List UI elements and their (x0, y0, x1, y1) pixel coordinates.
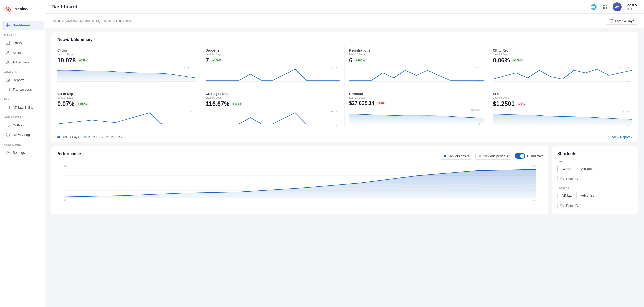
svg-rect-7 (6, 25, 8, 27)
chevron-right-icon: › (631, 135, 632, 139)
svg-text:2.4: 2.4 (623, 110, 629, 112)
advertisers-icon (6, 60, 10, 64)
previous-period-dot (479, 155, 481, 157)
metric-cr-to-reg: CR to Reg Last 14 Days 0.06% +100% 0.32 … (488, 46, 632, 85)
sidebar-item-label: Offers (13, 41, 22, 45)
search-tab-offer[interactable]: Offer (557, 165, 576, 172)
legend-dot-previous (84, 136, 87, 138)
search-tab-affiliate[interactable]: Affiliate (576, 165, 597, 172)
avatar[interactable]: JV (613, 2, 622, 11)
apps-grid-icon[interactable] (601, 3, 609, 10)
sidebar-item-outbound[interactable]: Outbound (2, 121, 44, 130)
date-range-label: Last 14 Days (615, 19, 634, 23)
content-area: Based on (GMT+02:00) Helsinki, Riga, Sof… (45, 14, 644, 307)
reg-value: 6 (349, 57, 352, 64)
epc-label: EPC (493, 92, 632, 96)
svg-rect-18 (6, 88, 10, 91)
chart-legend: Last 14 Days 2022-10-12 - 2022-10-25 (57, 135, 122, 139)
cr-reg-period: Last 14 Days (493, 53, 632, 56)
svg-point-22 (7, 108, 7, 108)
metrics-grid-top: Clicks Last 14 Days 10 078 +22% (57, 46, 632, 85)
globe-icon[interactable]: 🌐 (590, 3, 597, 10)
metric-registrations: Registrations Last 14 Days 6 +100% 2.4 0 (345, 46, 488, 85)
user-info[interactable]: Joost V. Admin (626, 3, 638, 10)
chevron-down-icon-2: ▾ (507, 154, 509, 158)
bottom-row: Performance Conversions ▾ Previous perio… (45, 142, 644, 220)
svg-line-17 (8, 80, 9, 81)
network-summary-card: Network Summary Clicks Last 14 Days 10 0… (51, 32, 638, 142)
clicks-label: Clicks (57, 48, 196, 52)
manage-section-label: MANAGE (0, 30, 45, 38)
cr-reg-badge: +100% (512, 58, 524, 62)
sidebar-item-advertisers[interactable]: Advertisers (2, 58, 44, 67)
svg-text:1.2: 1.2 (187, 110, 193, 112)
timezone-text: Based on (GMT+02:00) Helsinki, Riga, Sof… (51, 19, 132, 23)
cumulative-toggle[interactable] (515, 153, 525, 159)
performance-card: Performance Conversions ▾ Previous perio… (51, 146, 548, 214)
login-tab-advertiser[interactable]: Advertiser (577, 192, 600, 199)
svg-rect-6 (8, 23, 10, 25)
metrics-grid-bottom: CR to Dep Last 14 Days 0.07% +100% 1.2 0 (57, 89, 632, 129)
y-left-4k: 4k (64, 199, 67, 202)
epc-chart: 2.4 0 (493, 109, 632, 126)
conversions-dot (444, 155, 446, 157)
deposits-period: Last 14 Days (206, 53, 340, 56)
previous-period-dropdown[interactable]: Previous period ▾ (475, 152, 512, 160)
sidebar-item-reports[interactable]: Reports (2, 75, 44, 84)
svg-rect-8 (8, 25, 10, 27)
sidebar-item-affiliates[interactable]: Affiliates (2, 48, 44, 57)
sidebar-item-label: Advertisers (13, 60, 30, 64)
legend-current: Last 14 Days (57, 135, 79, 139)
sub-header: Based on (GMT+02:00) Helsinki, Riga, Sof… (45, 14, 644, 28)
transactions-icon (6, 87, 10, 92)
topbar-actions: 🌐 JV Joost V. Admin (590, 2, 638, 11)
administer-section-label: ADMINISTER (0, 112, 45, 120)
sidebar-item-offers[interactable]: Offers (2, 38, 44, 47)
revenue-value: $27 635.14 (349, 100, 374, 106)
logo-text: scaleo (15, 7, 28, 12)
login-tab-affiliate[interactable]: Affiliate (557, 192, 577, 199)
scaleo-logo (4, 5, 13, 14)
svg-text:2.4: 2.4 (474, 67, 481, 69)
cr-dep-value: 0.07% (57, 100, 74, 107)
performance-controls: Conversions ▾ Previous period ▾ Cumulati… (440, 152, 543, 160)
sidebar-item-transactions[interactable]: Transactions (2, 85, 44, 94)
revenue-period: Last 14 Days (349, 96, 484, 99)
login-input[interactable] (566, 204, 630, 208)
sidebar-item-label: Reports (13, 78, 24, 82)
cr-dep-chart: 1.2 0 (57, 109, 196, 126)
billing-icon (6, 105, 10, 110)
conversions-label: Conversions (448, 154, 466, 158)
reg-chart: 2.4 0 (349, 65, 484, 83)
login-input-row: 🔍 (557, 202, 633, 209)
svg-text:4.8: 4.8 (331, 67, 337, 69)
y-right-4k: 4k (533, 199, 536, 202)
page-title: Dashboard (51, 4, 587, 10)
cr-dep-period: Last 14 Days (57, 96, 196, 99)
sidebar-item-activity-log[interactable]: Activity Log (2, 130, 44, 139)
pay-section-label: PAY (0, 94, 45, 103)
collapse-button[interactable]: ‹ (39, 7, 41, 12)
date-range-button[interactable]: 📅 Last 14 Days (606, 17, 638, 25)
svg-point-27 (7, 152, 9, 153)
deposits-badge: +100% (211, 58, 223, 62)
conversions-dropdown[interactable]: Conversions ▾ (440, 152, 472, 160)
sidebar-item-dashboard[interactable]: Dashboard (2, 21, 44, 30)
legend-current-label: Last 14 Days (61, 135, 79, 139)
cr-reg-label: CR to Reg (493, 48, 632, 52)
chevron-down-icon: ▾ (467, 154, 469, 158)
sidebar: scaleo ‹ Dashboard MANAGE Offers (0, 0, 45, 307)
shortcuts-title: Shortcuts (557, 151, 633, 156)
search-input[interactable] (566, 177, 630, 181)
metric-deposits: Deposits Last 14 Days 7 +100% 4.8 0 (201, 46, 345, 85)
view-report-link[interactable]: View Report › (612, 135, 632, 139)
svg-text:0: 0 (626, 81, 629, 83)
sidebar-item-settings[interactable]: Settings (2, 148, 44, 157)
sidebar-item-affiliate-billing[interactable]: Affiliate Billing (2, 103, 44, 112)
configure-section-label: CONFIGURE (0, 139, 45, 148)
legend-previous: 2022-10-12 - 2022-10-25 (84, 135, 122, 139)
search-icon: 🔍 (560, 177, 565, 181)
cr-reg-dep-period: Last 14 Days (206, 96, 340, 99)
clicks-chart: 1000 0 (57, 65, 196, 83)
metric-clicks: Clicks Last 14 Days 10 078 +22% (57, 46, 201, 85)
